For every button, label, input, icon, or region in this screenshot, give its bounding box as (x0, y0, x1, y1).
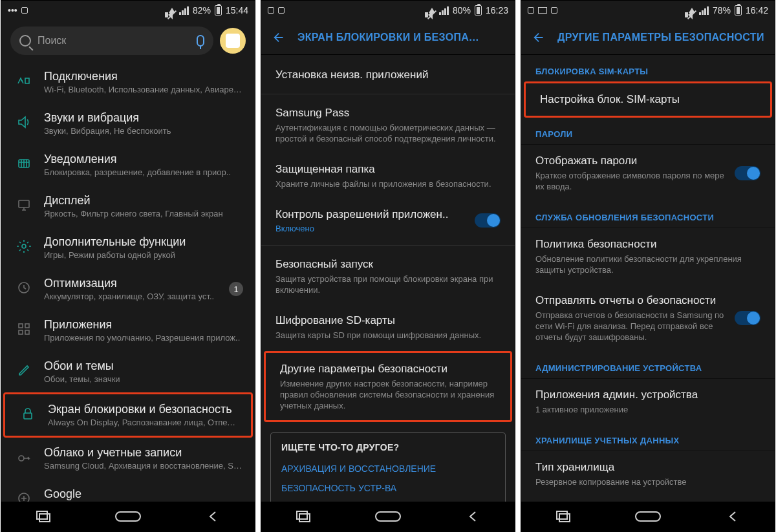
screenshot-icon (528, 7, 534, 14)
opt-send-reports[interactable]: Отправлять отчеты о безопасностиОтправка… (521, 284, 775, 352)
back-icon[interactable] (530, 28, 548, 47)
item-connections[interactable]: ПодключенияWi-Fi, Bluetooth, Использован… (1, 61, 255, 103)
home-button[interactable] (375, 509, 401, 524)
opt-sub: Защита устройства при помощи блокировки … (275, 273, 501, 295)
options-list: Установка неизв. приложений Samsung Pass… (261, 55, 515, 502)
section-device-admin: АДМИНИСТРИРОВАНИЕ УСТРОЙСТВА (521, 352, 775, 378)
page-header: ДРУГИЕ ПАРАМЕТРЫ БЕЗОПАСНОСТИ (521, 20, 775, 55)
screenshot-icon (21, 7, 28, 14)
options-list: БЛОКИРОВКА SIM-КАРТЫ Настройка блок. SIM… (521, 55, 775, 502)
opt-title: Samsung Pass (275, 106, 501, 120)
item-title: Уведомления (44, 152, 243, 166)
item-display[interactable]: ДисплейЯркость, Фильтр синего света, Гла… (1, 186, 255, 227)
opt-storage-type[interactable]: Тип хранилищаРезервное копирование на ус… (521, 451, 775, 496)
item-sub: Always On Display, Распознавание лица, О… (48, 418, 239, 428)
back-button[interactable] (720, 509, 746, 524)
clock: 16:42 (746, 5, 768, 16)
more-icon: ••• (8, 5, 17, 16)
opt-sub: Резервное копирование на устройстве (535, 476, 760, 487)
section-sim-lock: БЛОКИРОВКА SIM-КАРТЫ (521, 55, 775, 81)
item-apps[interactable]: ПриложенияПриложения по умолчанию, Разре… (1, 310, 255, 351)
opt-secure-folder[interactable]: Защищенная папкаХраните личные файлы и п… (261, 153, 515, 198)
home-button[interactable] (115, 509, 141, 524)
opt-other-security[interactable]: Другие параметры безопасностиИзменение д… (266, 353, 510, 420)
mic-icon[interactable] (197, 35, 204, 47)
clock: 15:44 (226, 5, 248, 16)
mail-icon (538, 7, 547, 14)
opt-sub: Обновление политики безопасности для укр… (535, 253, 760, 275)
search-input[interactable]: Поиск (10, 27, 213, 55)
opt-sub: Защита карты SD при помощи шифрования да… (275, 330, 501, 341)
brush-icon (14, 361, 34, 380)
opt-title: Приложения админ. устройства (535, 388, 760, 402)
divider (261, 245, 515, 246)
toggle-switch[interactable] (735, 166, 760, 180)
opt-show-passwords[interactable]: Отображать паролиКраткое отображение сим… (521, 145, 775, 201)
back-icon[interactable] (270, 28, 288, 47)
look-link-backup[interactable]: АРХИВАЦИЯ И ВОССТАНОВЛЕНИЕ (281, 459, 495, 478)
opt-title: Тип хранилища (535, 460, 760, 474)
opt-sim-lock[interactable]: Настройка блок. SIM-карты (526, 83, 770, 116)
battery-pct: 78% (713, 5, 731, 16)
item-maintenance[interactable]: ОптимизацияАккумулятор, хранилище, ОЗУ, … (1, 268, 255, 310)
item-lockscreen-security[interactable]: Экран блокировки и безопасностьAlways On… (5, 394, 251, 436)
looking-for-box: ИЩЕТЕ ЧТО-ТО ДРУГОЕ? АРХИВАЦИЯ И ВОССТАН… (270, 432, 506, 502)
item-sub: Яркость, Фильтр синего света, Главный эк… (44, 209, 243, 219)
opt-title: Защищенная папка (275, 162, 501, 176)
opt-permission-monitor[interactable]: Контроль разрешений приложен..Включено (261, 198, 515, 242)
opt-encrypt-sd[interactable]: Шифрование SD-картыЗащита карты SD при п… (261, 304, 515, 350)
notifications-icon (14, 154, 34, 173)
opt-title: Отправлять отчеты о безопасности (535, 293, 726, 308)
toggle-switch[interactable] (475, 213, 501, 228)
look-link-device-security[interactable]: БЕЗОПАСНОСТЬ УСТР-ВА (281, 478, 495, 498)
svg-rect-15 (557, 511, 567, 519)
item-title: Приложения (44, 317, 243, 332)
item-title: Дисплей (44, 193, 243, 207)
home-button[interactable] (635, 509, 661, 524)
avatar[interactable] (220, 28, 246, 54)
back-button[interactable] (200, 509, 226, 524)
settings-list: ПодключенияWi-Fi, Bluetooth, Использован… (1, 61, 255, 502)
nav-bar (1, 502, 255, 531)
status-bar: ••• 82% 15:44 (1, 1, 255, 20)
search-row: Поиск (1, 20, 255, 61)
back-button[interactable] (460, 509, 486, 524)
item-title: Звуки и вибрация (44, 111, 243, 125)
opt-secure-startup[interactable]: Безопасный запускЗащита устройства при п… (261, 248, 515, 304)
opt-unknown-apps[interactable]: Установка неизв. приложений (261, 59, 515, 91)
opt-sub: Отправка отчетов о безопасности в Samsun… (535, 310, 726, 343)
recents-button[interactable] (30, 509, 56, 524)
opt-samsung-pass[interactable]: Samsung PassАутентификация с помощью био… (261, 97, 515, 153)
toggle-switch[interactable] (735, 311, 760, 325)
battery-pct: 82% (193, 5, 211, 16)
section-passwords: ПАРОЛИ (521, 118, 775, 144)
item-wallpapers[interactable]: Обои и темыОбои, темы, значки (1, 351, 255, 392)
opt-security-policy[interactable]: Политика безопасностиОбновление политики… (521, 228, 775, 284)
svg-rect-8 (24, 413, 32, 419)
opt-title: Безопасный запуск (275, 257, 501, 271)
item-title: Экран блокировки и безопасность (48, 402, 239, 416)
screenshot-icon (278, 7, 285, 14)
opt-title: Политика безопасности (535, 237, 760, 251)
battery-icon (735, 5, 742, 16)
apps-icon (14, 319, 34, 339)
opt-sub: Изменение других настроек безопасности, … (280, 378, 496, 411)
signal-bars-icon (439, 6, 449, 15)
opt-admin-apps[interactable]: Приложения админ. устройства1 активное п… (521, 379, 775, 424)
opt-title: Настройка блок. SIM-карты (540, 92, 756, 107)
item-notifications[interactable]: УведомленияБлокировка, разрешение, добав… (1, 144, 255, 186)
opt-title: Контроль разрешений приложен.. (275, 207, 466, 222)
recents-button[interactable] (290, 509, 316, 524)
item-sounds[interactable]: Звуки и вибрацияЗвуки, Вибрация, Не бесп… (1, 103, 255, 144)
clock: 16:23 (486, 5, 508, 16)
svg-rect-16 (559, 514, 570, 522)
search-icon[interactable] (491, 30, 506, 45)
recents-button[interactable] (550, 509, 576, 524)
item-google[interactable]: GoogleНастройки Google (1, 479, 255, 502)
connections-icon (14, 71, 34, 90)
item-advanced[interactable]: Дополнительные функцииИгры, Режим работы… (1, 227, 255, 268)
item-title: Облако и учетные записи (44, 445, 243, 460)
battery-pct: 80% (453, 5, 471, 16)
display-icon (14, 195, 34, 215)
item-cloud[interactable]: Облако и учетные записиSamsung Cloud, Ар… (1, 438, 255, 479)
